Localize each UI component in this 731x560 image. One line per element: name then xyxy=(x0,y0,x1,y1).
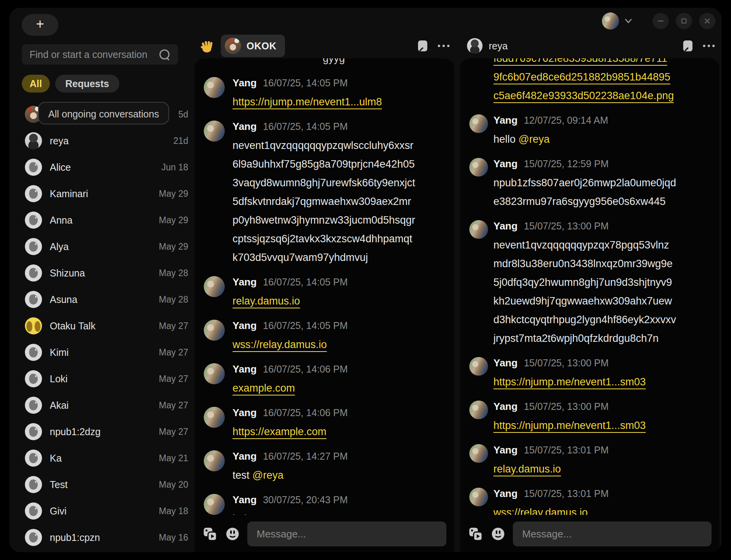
conversation-item[interactable]: AlyaMay 29 xyxy=(16,233,194,260)
note-icon[interactable] xyxy=(418,40,428,52)
conversation-item[interactable]: LokiMay 27 xyxy=(16,366,194,392)
conversation-time: May 29 xyxy=(159,189,188,199)
maximize-button[interactable] xyxy=(676,13,692,29)
media-attach-icon[interactable] xyxy=(468,526,483,542)
conversation-item[interactable]: GiviMay 18 xyxy=(16,498,194,524)
conversation-item[interactable]: AnnaMay 29 xyxy=(16,207,194,233)
conversation-item-hovered[interactable]: 5d All ongoing conversations xyxy=(16,101,194,128)
conversation-time: May 27 xyxy=(159,427,188,437)
conversation-item[interactable]: npub1:2dzgMay 27 xyxy=(16,418,194,445)
close-icon xyxy=(704,18,711,24)
message-link[interactable]: wss://relay.damus.io xyxy=(493,507,588,515)
conversation-item[interactable]: Otaku TalkMay 27 xyxy=(16,313,194,339)
chat-panel-reya: f8dd769c762fe83593d8f13588/7e7119fc6b07e… xyxy=(460,58,719,552)
conversation-item[interactable]: KaminariMay 29 xyxy=(16,180,194,207)
conversation-list: 5d All ongoing conversations reya21dAlic… xyxy=(16,101,194,552)
mention[interactable]: @reya xyxy=(252,469,283,481)
message-link[interactable]: https://njump.me/nevent1...sm03 xyxy=(493,420,646,431)
avatar xyxy=(25,159,42,176)
avatar xyxy=(25,264,42,282)
message-link[interactable]: wss://relay.damus.io xyxy=(233,339,327,350)
note-icon[interactable] xyxy=(683,40,693,52)
new-conversation-button[interactable]: + xyxy=(22,14,58,36)
minimize-button[interactable] xyxy=(652,13,669,29)
sender-avatar xyxy=(204,363,225,384)
message-sender: Yang xyxy=(493,401,518,413)
sender-avatar xyxy=(469,114,488,133)
message-sender: Yang xyxy=(493,114,518,126)
message-content: nevent1qvzqqqqqqypzqx78pgq53vlnzmdr8l3u3… xyxy=(493,236,676,348)
search-box xyxy=(22,44,178,65)
conversation-item[interactable]: TestMay 20 xyxy=(16,471,194,498)
conversation-item[interactable]: AkaiMay 27 xyxy=(16,392,194,418)
message: Yang16/07/25, 14:05 PMwss://relay.damus.… xyxy=(204,320,445,354)
message-content: wss://relay.damus.io xyxy=(493,503,609,515)
conversation-item[interactable]: ShizunaMay 28 xyxy=(16,260,194,286)
conversation-item[interactable]: npub1:cpznMay 16 xyxy=(16,524,194,551)
message: Yang15/07/25, 13:01 PMrelay.damus.io xyxy=(469,444,710,478)
message-content: relay.damus.io xyxy=(493,460,609,478)
conversation-item[interactable]: KimiMay 27 xyxy=(16,339,194,366)
chat-tab-okok[interactable]: OKOK xyxy=(221,35,285,57)
avatar xyxy=(25,502,42,520)
user-avatar[interactable] xyxy=(602,12,619,30)
wave-hand-icon[interactable] xyxy=(200,39,214,53)
sender-avatar xyxy=(469,220,488,239)
conversation-item[interactable]: AsunaMay 28 xyxy=(16,286,194,313)
conversation-item[interactable]: KaMay 21 xyxy=(16,445,194,471)
app-window: + All Requests 5d All ongoing conversati… xyxy=(9,8,722,552)
conversation-time: May 21 xyxy=(159,453,188,464)
message-link[interactable]: https://example.com xyxy=(233,426,327,438)
more-options-icon[interactable] xyxy=(703,45,715,47)
message-sender: Yang xyxy=(493,444,518,456)
more-options-icon[interactable] xyxy=(438,45,449,47)
message-sender: Yang xyxy=(493,158,518,170)
message-list: f8dd769c762fe83593d8f13588/7e7119fc6b07e… xyxy=(460,58,719,515)
emoji-icon[interactable] xyxy=(491,527,505,541)
close-button[interactable] xyxy=(699,13,715,29)
clipped-link-line[interactable]: 9fc6b07ed8ce6d251882b9851b44895 xyxy=(493,68,680,86)
filter-requests[interactable]: Requests xyxy=(55,75,119,93)
media-attach-icon[interactable] xyxy=(202,526,218,542)
conversation-name: Shizuna xyxy=(50,268,151,279)
message-input[interactable] xyxy=(247,522,446,546)
clipped-link-line[interactable]: f8dd769c762fe83593d8f13588/7e711 xyxy=(493,58,680,68)
conversation-time: May 27 xyxy=(159,400,188,411)
clipped-link-message[interactable]: f8dd769c762fe83593d8f13588/7e7119fc6b07e… xyxy=(493,62,710,105)
avatar xyxy=(25,423,42,440)
message-link[interactable]: https://njump.me/nevent1...ulm8 xyxy=(233,96,382,108)
search-input[interactable] xyxy=(22,49,159,60)
message-link[interactable]: example.com xyxy=(233,382,295,394)
message-link[interactable]: relay.damus.io xyxy=(233,295,300,307)
chevron-down-icon[interactable] xyxy=(624,18,632,24)
message: Yang15/07/25, 12:59 PMnpub1zfss807aer0j2… xyxy=(469,158,710,211)
conversation-name: Asuna xyxy=(50,294,151,305)
message-timestamp: 16/07/25, 14:06 PM xyxy=(263,407,348,418)
conversation-name: Kaminari xyxy=(50,188,151,200)
conversation-item[interactable]: AliceJun 18 xyxy=(16,154,194,180)
conversation-item[interactable]: reya21d xyxy=(16,128,194,154)
conversation-name: reya xyxy=(50,135,166,147)
conversation-name: Otaku Talk xyxy=(50,320,151,332)
message-sender: Yang xyxy=(233,494,257,506)
reya-avatar[interactable] xyxy=(467,38,483,54)
conversation-name: Loki xyxy=(50,373,151,385)
message-sender: Yang xyxy=(233,121,257,133)
filter-all[interactable]: All xyxy=(22,75,50,93)
message-link[interactable]: relay.damus.io xyxy=(493,463,561,475)
sender-avatar xyxy=(469,401,488,419)
message-timestamp: 15/07/25, 13:01 PM xyxy=(524,444,609,456)
emoji-icon[interactable] xyxy=(226,527,240,541)
message-timestamp: 15/07/25, 13:00 PM xyxy=(524,357,609,369)
message-timestamp: 15/07/25, 12:59 PM xyxy=(524,158,609,170)
message-input[interactable] xyxy=(513,522,712,546)
sender-avatar xyxy=(204,77,225,98)
sender-avatar xyxy=(469,488,488,506)
message-link[interactable]: https://njump.me/nevent1...sm03 xyxy=(493,376,646,388)
conversation-time: May 28 xyxy=(159,268,188,278)
mention[interactable]: @reya xyxy=(519,133,550,145)
minimize-icon xyxy=(657,18,664,24)
message-content: test @reya xyxy=(233,466,348,485)
message-sender: Yang xyxy=(493,220,518,232)
clipped-link-line[interactable]: c5ae6f482e93933d502238ae104e.png xyxy=(493,86,680,105)
